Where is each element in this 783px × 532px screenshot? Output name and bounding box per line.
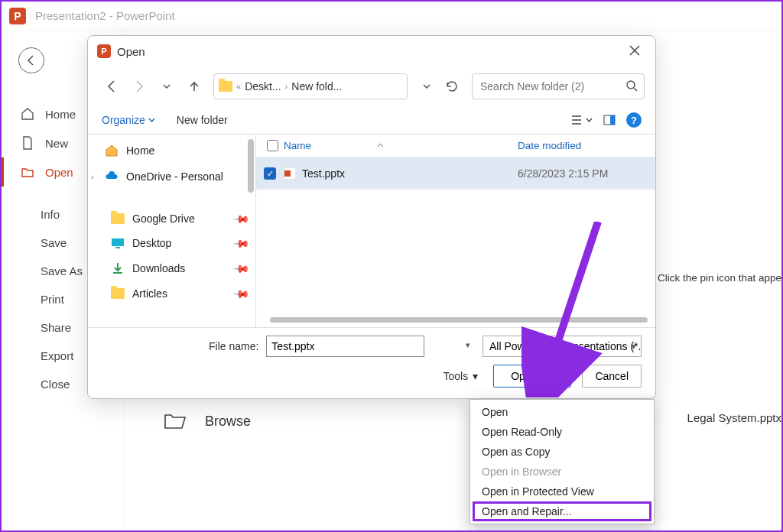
filelist-scrollbar[interactable] <box>270 317 648 323</box>
col-date[interactable]: Date modified <box>518 140 581 151</box>
file-checkbox[interactable]: ✓ <box>264 167 276 180</box>
tree-downloads[interactable]: Downloads 📌 <box>88 255 255 281</box>
nav-forward-button[interactable] <box>126 73 152 99</box>
menu-open-copy[interactable]: Open as Copy <box>473 442 651 462</box>
nav-label: Close <box>41 378 70 391</box>
file-date: 6/28/2023 2:15 PM <box>518 167 648 180</box>
filename-input[interactable] <box>266 336 424 357</box>
file-row[interactable]: ✓ Test.pptx 6/28/2023 2:15 PM <box>256 157 655 190</box>
chevron-down-icon[interactable]: ▾ <box>466 340 470 350</box>
open-split-dropdown[interactable]: ▼ <box>552 365 570 387</box>
new-icon <box>21 136 34 150</box>
new-folder-button[interactable]: New folder <box>177 114 228 126</box>
pin-hint-text: Click the pin icon that appe <box>658 272 781 284</box>
menu-open-repair[interactable]: Open and Repair... <box>473 501 651 521</box>
recent-file-row[interactable]: Legal System.pptx <box>687 411 781 424</box>
nav-label: Open <box>45 166 73 179</box>
svg-rect-4 <box>115 247 120 248</box>
app-title: Presentation2 - PowerPoint <box>35 9 175 22</box>
sort-indicator-icon <box>377 142 384 149</box>
nav-label: Home <box>45 108 76 121</box>
filetype-dropdown[interactable]: All PowerPoint Presentations (*.p ▾ <box>482 336 642 357</box>
powerpoint-icon: P <box>97 44 111 58</box>
search-icon <box>625 79 638 95</box>
back-button[interactable] <box>18 47 44 73</box>
nav-label: Info <box>41 208 60 221</box>
nav-recent-dropdown[interactable] <box>154 73 180 99</box>
folder-icon <box>111 213 125 224</box>
open-icon <box>21 165 34 179</box>
preview-pane-icon <box>603 114 616 126</box>
browse-row[interactable]: Browse <box>164 411 251 431</box>
nav-label: Share <box>41 321 71 334</box>
onedrive-icon <box>105 170 119 183</box>
breadcrumb-seg[interactable]: Deskt... <box>245 80 281 92</box>
pin-icon[interactable]: 📌 <box>232 234 250 251</box>
desktop-icon <box>111 238 125 248</box>
menu-open-readonly[interactable]: Open Read-Only <box>473 422 651 442</box>
pin-icon[interactable]: 📌 <box>232 209 250 227</box>
folder-open-icon <box>164 411 188 431</box>
nav-label: New <box>45 137 68 150</box>
recent-file-name: Legal System.pptx <box>687 411 781 424</box>
nav-label: Save <box>41 236 67 249</box>
filename-label: File name: <box>209 340 258 352</box>
tree-label: Google Drive <box>132 212 195 225</box>
nav-label: Print <box>41 293 64 306</box>
tree-home[interactable]: Home <box>88 138 255 164</box>
cancel-button[interactable]: Cancel <box>582 365 642 388</box>
chevron-down-icon <box>148 117 155 124</box>
col-name[interactable]: Name <box>284 140 311 151</box>
file-list-header: Name Date modified <box>256 135 655 157</box>
svg-rect-3 <box>112 238 124 246</box>
search-input[interactable] <box>473 74 644 99</box>
tree-gdrive[interactable]: Google Drive 📌 <box>88 206 255 231</box>
arrow-left-icon <box>105 79 119 93</box>
dialog-body: Home › OneDrive - Personal Google Drive … <box>88 134 655 327</box>
tree-articles[interactable]: Articles 📌 <box>88 281 255 306</box>
button-row: Tools ▾ Open ▼ Cancel <box>102 365 642 388</box>
chevron-down-icon <box>422 82 431 91</box>
dialog-toolbar: Organize New folder ? <box>88 106 655 134</box>
refresh-button[interactable] <box>440 74 464 99</box>
help-button[interactable]: ? <box>626 112 642 128</box>
chevron-right-icon[interactable]: › <box>91 172 94 181</box>
menu-open[interactable]: Open <box>473 402 651 422</box>
pin-icon[interactable]: 📌 <box>232 284 250 302</box>
home-icon <box>105 144 119 157</box>
nav-tree: Home › OneDrive - Personal Google Drive … <box>88 135 256 327</box>
close-button[interactable] <box>623 41 646 63</box>
organize-button[interactable]: Organize <box>102 114 155 126</box>
view-mode-button[interactable] <box>570 114 593 126</box>
preview-pane-button[interactable] <box>603 114 616 126</box>
tree-scrollbar[interactable] <box>248 139 254 193</box>
svg-point-0 <box>627 81 635 89</box>
breadcrumb-seg[interactable]: New fold... <box>291 80 342 92</box>
chevron-down-icon <box>162 82 171 91</box>
filetype-label: All PowerPoint Presentations (*.p <box>489 340 642 352</box>
nav-back-button[interactable] <box>99 73 125 99</box>
close-icon <box>629 45 640 56</box>
tree-onedrive[interactable]: › OneDrive - Personal <box>88 164 255 190</box>
breadcrumb-dropdown[interactable] <box>415 82 438 91</box>
dialog-title: Open <box>117 45 145 58</box>
open-options-menu: Open Open Read-Only Open as Copy Open in… <box>469 399 655 524</box>
menu-open-protected[interactable]: Open in Protected View <box>473 482 651 501</box>
chevron-down-icon: ▾ <box>473 370 478 382</box>
list-icon <box>570 114 583 126</box>
search-box[interactable] <box>472 73 645 99</box>
tools-dropdown[interactable]: Tools ▾ <box>443 370 478 382</box>
chevron-down-icon: ▾ <box>632 342 636 352</box>
select-all-checkbox[interactable] <box>267 140 278 151</box>
refresh-icon <box>445 79 459 93</box>
nav-label: Save As <box>41 264 83 277</box>
menu-open-browser: Open in Browser <box>473 462 651 482</box>
pin-icon[interactable]: 📌 <box>232 259 250 277</box>
powerpoint-icon: P <box>9 8 26 24</box>
tree-desktop[interactable]: Desktop 📌 <box>88 231 255 255</box>
tree-label: Home <box>126 144 154 157</box>
open-button[interactable]: Open ▼ <box>493 365 571 388</box>
nav-up-button[interactable] <box>181 73 207 99</box>
dialog-titlebar: P Open <box>88 36 655 66</box>
breadcrumb[interactable]: « Deskt... › New fold... <box>213 73 408 99</box>
